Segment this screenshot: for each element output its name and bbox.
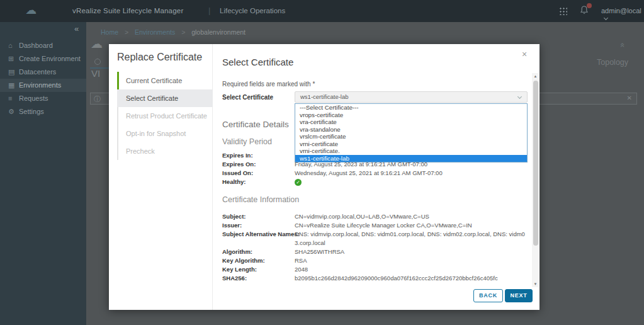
sidebar-item-label: Requests	[19, 94, 48, 102]
sidebar-item-create-environment[interactable]: ⊞Create Environment	[0, 52, 86, 66]
certificate-info-rows: Subject:CN=vidmvip.corp.local,OU=LAB,O=V…	[222, 212, 528, 283]
certificate-dropdown: ---Select Certificate--- vrops-certifica…	[295, 103, 528, 162]
back-button[interactable]: BACK	[473, 289, 503, 302]
step-current-certificate[interactable]: Current Certificate	[117, 72, 213, 89]
row-label: Expires On:	[222, 160, 295, 169]
cloud-logo-icon: ☁	[25, 3, 37, 17]
row-label: Issued On:	[222, 169, 295, 178]
next-button[interactable]: NEXT	[505, 289, 533, 302]
dropdown-option[interactable]: vra-certificate	[295, 118, 527, 126]
step-precheck[interactable]: Precheck	[117, 142, 213, 160]
sidebar-collapse-icon[interactable]: «	[74, 24, 79, 33]
wizard-steps: Current Certificate Select Certificate R…	[109, 72, 213, 160]
chevron-down-icon	[517, 94, 522, 99]
row-value: CN=vidmvip.corp.local,OU=LAB,O=VMware,C=…	[295, 212, 526, 221]
active-tab-underline	[90, 67, 110, 69]
row-label: Issuer:	[222, 221, 295, 230]
breadcrumb-current: globalenvironment	[191, 28, 246, 36]
row-value: ✓	[295, 178, 526, 186]
sidebar-item-label: Environments	[19, 81, 61, 89]
row-label: Expires In:	[222, 151, 295, 160]
user-menu-label: admin@local	[601, 7, 641, 14]
row-value: Wednesday, August 25, 2021 at 9:16:21 AM…	[295, 169, 526, 178]
table-row: Issued On:Wednesday, August 25, 2021 at …	[222, 169, 528, 178]
step-retrust-product-certificate[interactable]: Retrust Product Certificate	[117, 107, 213, 125]
certificate-details-heading: Certificate Details	[222, 120, 289, 129]
tab-topology[interactable]: Topology	[597, 58, 628, 67]
dropdown-option[interactable]: vrni-certificate.	[295, 147, 527, 155]
step-select-certificate[interactable]: Select Certificate	[117, 89, 213, 107]
breadcrumb-home[interactable]: Home	[101, 28, 118, 36]
dropdown-option[interactable]: vra-standalone	[295, 126, 527, 134]
settings-icon: ⚙	[8, 105, 19, 118]
app-root: ☁ vRealize Suite Lifecycle Manager | Lif…	[0, 0, 644, 325]
replace-certificate-modal: Replace Certificate Current Certificate …	[109, 44, 539, 310]
sidebar-item-dashboard[interactable]: ⌂Dashboard	[0, 39, 86, 52]
breadcrumb-separator: >	[181, 28, 185, 36]
table-row: SHA256:b2095b1c266d2842d96209000c960da07…	[222, 274, 528, 283]
table-row: Algorithm:SHA256WITHRSA	[222, 248, 528, 256]
dropdown-option[interactable]: ---Select Certificate---	[295, 104, 527, 111]
datacenters-icon: ▤	[8, 66, 19, 79]
modal-content: Select Certificate Required fields are m…	[213, 44, 533, 283]
step-opt-in-for-snapshot[interactable]: Opt-in for Snapshot	[117, 125, 213, 142]
user-menu[interactable]: admin@local	[601, 7, 644, 22]
home-icon: ⌂	[8, 39, 19, 52]
content-heading: Select Certificate	[222, 57, 293, 67]
scroll-up-arrow-icon[interactable]: ▲	[532, 73, 539, 79]
page-partial-title: VI	[91, 68, 100, 79]
row-value: DNS: vidmvip.corp.local, DNS: vidm01.cor…	[295, 230, 526, 248]
collapse-panel-icon[interactable]: «	[618, 43, 628, 47]
sidebar: « ⌂Dashboard ⊞Create Environment ▤Datace…	[0, 22, 86, 325]
row-label: Algorithm:	[222, 248, 295, 256]
sidebar-item-label: Create Environment	[19, 55, 81, 62]
validity-period-heading: Validity Period	[222, 137, 272, 146]
table-row: Key Algorithm:RSA	[222, 256, 528, 265]
certificate-select[interactable]: ws1-certificate-lab	[295, 91, 528, 103]
create-environment-icon: ⊞	[8, 52, 19, 66]
sidebar-item-label: Dashboard	[19, 42, 53, 49]
certificate-information-heading: Certificate Information	[222, 195, 299, 204]
check-circle-icon: ✓	[295, 179, 302, 186]
row-value: RSA	[295, 256, 526, 265]
content-scrollbar[interactable]: ▲ ▼	[532, 73, 539, 287]
row-label: Key Length:	[222, 265, 295, 274]
breadcrumb-separator: >	[125, 28, 128, 36]
requests-icon: ≡	[8, 92, 19, 105]
sidebar-item-settings[interactable]: ⚙Settings	[0, 105, 86, 118]
chevron-down-icon	[604, 16, 608, 20]
table-row: Subject:CN=vidmvip.corp.local,OU=LAB,O=V…	[222, 212, 528, 221]
wizard-steps-panel: Replace Certificate Current Certificate …	[109, 44, 213, 310]
dropdown-option[interactable]: vrops-certificate	[295, 111, 527, 119]
sidebar-item-environments[interactable]: ▦Environments	[0, 79, 86, 92]
info-icon: ⓘ	[94, 94, 101, 104]
sidebar-item-label: Datacenters	[19, 68, 56, 76]
sidebar-item-requests[interactable]: ≡Requests	[0, 92, 86, 105]
row-value: b2095b1c266d2842d96209000c960da076f162cc…	[295, 274, 526, 283]
banner-close-icon[interactable]: ✕	[627, 94, 632, 101]
header-divider: |	[208, 6, 210, 15]
certificate-select-value: ws1-certificate-lab	[300, 93, 349, 100]
sidebar-item-datacenters[interactable]: ▤Datacenters	[0, 66, 86, 79]
scrollbar-thumb[interactable]	[533, 81, 538, 246]
table-row: Key Length:2048	[222, 265, 528, 274]
breadcrumb: Home > Environments > globalenvironment	[101, 28, 246, 36]
bell-icon[interactable]	[579, 5, 590, 16]
app-grid-icon[interactable]	[559, 7, 567, 15]
dropdown-option[interactable]: ws1-certificate-lab	[295, 155, 527, 162]
table-row: Issuer:CN=vRealize Suite Lifecycle Manag…	[222, 221, 528, 230]
notification-badge	[587, 3, 592, 8]
sidebar-item-label: Settings	[19, 108, 44, 115]
row-label: Subject Alternative Names:	[222, 230, 295, 239]
environment-cloud-icon: ☁	[91, 37, 103, 51]
row-label: Healthy:	[222, 178, 295, 186]
row-label: SHA256:	[222, 274, 295, 283]
service-title[interactable]: Lifecycle Operations	[220, 7, 285, 14]
environments-icon: ▦	[8, 79, 19, 92]
row-label: Subject:	[222, 212, 295, 221]
dropdown-option[interactable]: vrni-certificate	[295, 140, 527, 148]
scroll-down-arrow-icon[interactable]: ▼	[532, 281, 539, 287]
top-header: ☁ vRealize Suite Lifecycle Manager | Lif…	[0, 0, 644, 22]
dropdown-option[interactable]: vrslcm-certificate	[295, 133, 527, 140]
breadcrumb-environments[interactable]: Environments	[135, 28, 175, 36]
